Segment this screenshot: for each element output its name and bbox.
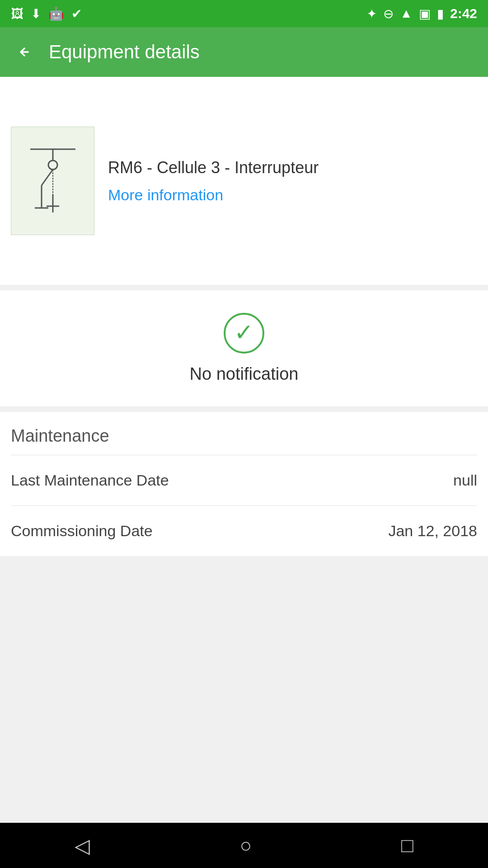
- bluetooth-icon: ✦: [366, 6, 377, 21]
- commissioning-date-label: Commissioning Date: [11, 522, 153, 540]
- nav-back-icon[interactable]: ◁: [75, 834, 90, 857]
- more-information-link[interactable]: More information: [108, 186, 477, 204]
- status-time: 2:42: [450, 6, 477, 21]
- equipment-info: RM6 - Cellule 3 - Interrupteur More info…: [108, 158, 477, 204]
- android-icon: 🤖: [48, 6, 64, 21]
- svg-line-3: [42, 170, 53, 185]
- back-button[interactable]: [11, 38, 38, 66]
- maintenance-header: Maintenance: [11, 412, 477, 455]
- nav-recent-icon[interactable]: □: [401, 834, 413, 857]
- notification-text: No notification: [190, 364, 299, 384]
- maintenance-card: Maintenance Last Maintenance Date null C…: [0, 412, 488, 556]
- battery-icon: ▮: [437, 6, 444, 21]
- equipment-card: RM6 - Cellule 3 - Interrupteur More info…: [0, 77, 488, 285]
- status-bar-right: ✦ ⊖ ▲ ▣ ▮ 2:42: [366, 6, 477, 21]
- app-bar: Equipment details: [0, 27, 488, 77]
- notification-card: ✓ No notification: [0, 290, 488, 406]
- wifi-icon: ▲: [400, 6, 413, 21]
- status-bar: 🖼 ⬇ 🤖 ✔ ✦ ⊖ ▲ ▣ ▮ 2:42: [0, 0, 488, 27]
- status-bar-left: 🖼 ⬇ 🤖 ✔: [11, 6, 82, 21]
- sim-blocked-icon: ▣: [419, 6, 431, 21]
- page-title: Equipment details: [49, 41, 200, 63]
- last-maintenance-label: Last Maintenance Date: [11, 472, 169, 489]
- checkmark-icon: ✓: [234, 321, 254, 344]
- last-maintenance-value: null: [453, 472, 477, 489]
- main-content: RM6 - Cellule 3 - Interrupteur More info…: [0, 77, 488, 823]
- check-icon: ✔: [71, 6, 82, 21]
- commissioning-date-row: Commissioning Date Jan 12, 2018: [11, 506, 477, 556]
- photo-icon: 🖼: [11, 6, 23, 21]
- equipment-image: [11, 127, 94, 235]
- last-maintenance-row: Last Maintenance Date null: [11, 455, 477, 505]
- commissioning-date-value: Jan 12, 2018: [388, 522, 477, 540]
- signal-blocked-icon: ⊖: [383, 6, 394, 21]
- check-circle-icon: ✓: [224, 313, 264, 354]
- nav-home-icon[interactable]: ○: [239, 834, 252, 857]
- svg-point-2: [48, 160, 57, 170]
- download-icon: ⬇: [31, 6, 41, 21]
- bottom-nav-bar: ◁ ○ □: [0, 823, 488, 868]
- equipment-name: RM6 - Cellule 3 - Interrupteur: [108, 158, 477, 177]
